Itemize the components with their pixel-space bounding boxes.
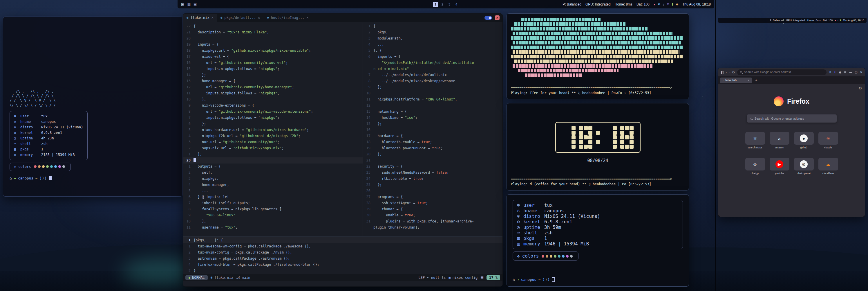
code-line[interactable]: 28 ssh.startAgent = true; (363, 200, 502, 206)
shortcut-chat-openai[interactable]: ⊛ chat.openai (793, 158, 815, 175)
nix-icon[interactable]: ❄ (658, 2, 660, 6)
tab-close-icon[interactable]: × (258, 16, 260, 20)
recording-icon[interactable]: ● (654, 3, 656, 6)
code-line[interactable]: 1 }; (183, 151, 363, 157)
code-line[interactable]: 2 pkgs, (363, 29, 502, 35)
window-close-button[interactable]: × (495, 16, 500, 20)
shortcut-amazon[interactable]: a amazon (769, 132, 790, 149)
back-icon[interactable]: ‹ (726, 70, 727, 74)
newtab-search-input[interactable]: Search with Google or enter address (747, 114, 837, 122)
code-line[interactable]: plugin thunar-volman]; (363, 225, 502, 231)
code-line[interactable]: 1 { (363, 23, 502, 29)
code-line[interactable]: 5 ... (183, 188, 363, 194)
code-line[interactable]: 2 tux-nvim-config = pkgs.callPackage ./n… (183, 250, 502, 256)
shortcut-chatgpt[interactable]: ⊛ chatgpt (744, 158, 766, 175)
code-line[interactable]: 1 tux-awesome-wm-config = pkgs.callPacka… (183, 243, 502, 250)
tab-pkgs-default[interactable]: ❄ pkgs/default... × (217, 13, 264, 22)
project-name[interactable]: ▣ nixos-config (448, 275, 477, 280)
code-line[interactable]: 5 }: { (363, 48, 502, 54)
shortcut-youtube[interactable]: ▶ youtube (769, 158, 790, 175)
url-bar[interactable]: Search with Google or enter address (737, 69, 827, 75)
code-line[interactable]: 22 { (183, 23, 363, 29)
code-line[interactable]: 4 firefox-mod-blur = pkgs.callPackage ./… (183, 262, 502, 268)
code-line[interactable]: 16 url = "github:nix-community/nixos-wsl… (183, 60, 363, 66)
code-line[interactable]: 17 nixos-wsl = { (183, 54, 363, 60)
code-line[interactable]: 2 self, (183, 170, 363, 176)
code-line[interactable]: 26 (363, 188, 502, 194)
tab-new-tab[interactable]: ◦ New Tab × (720, 78, 752, 83)
network-icon[interactable]: ≋ (666, 2, 669, 6)
workspace-tag[interactable]: 2 (440, 2, 445, 7)
code-line[interactable]: 4 home-manager, (183, 182, 363, 188)
code-line[interactable]: 20 (183, 35, 363, 41)
forward-icon[interactable]: › (729, 70, 730, 74)
code-line[interactable]: 3 nixpkgs, (183, 176, 363, 182)
code-line[interactable]: 13 home-manager = { (183, 78, 363, 84)
workspace-tag[interactable]: 3 (447, 2, 452, 7)
code-line[interactable]: 24 rtkit.enable = true; (363, 176, 502, 182)
addon-icon[interactable]: ❖ (829, 70, 832, 74)
code-line[interactable]: 21 (363, 157, 502, 164)
code-line[interactable]: 5 nixos-hardware.url = "github:nixos/nix… (183, 127, 363, 133)
shortcut-github[interactable]: ● github (793, 132, 815, 149)
code-line[interactable]: 15 inputs.nixpkgs.follows = "nixpkgs"; (183, 66, 363, 72)
code-line[interactable]: 31 plugins = with pkgs.xfce; [thunar-arc… (363, 219, 502, 225)
layout-icon[interactable]: ▦ (187, 2, 191, 6)
code-line[interactable]: 29 thunar = { (363, 206, 502, 212)
code-pane-pkgs[interactable]: 1 {pkgs, ...}: { 1 tux-awesome-wm-config… (183, 236, 502, 274)
git-branch[interactable]: ⎇ main (236, 275, 250, 280)
code-line[interactable]: 3 astronvim = pkgs.callPackage ./astronv… (183, 256, 502, 262)
tabbar-toggle[interactable] (485, 16, 492, 20)
tab-hosts-isoimage[interactable]: ❄ hosts/isoImag... × (264, 13, 312, 22)
shell-prompt[interactable]: ⌂ → canopus ~ ))) (513, 278, 683, 282)
new-tab-button[interactable]: + (754, 78, 759, 83)
code-line[interactable]: 12 url = "github:nix-community/home-mana… (183, 84, 363, 90)
workspace-tag[interactable]: 1 (433, 2, 438, 7)
code-line[interactable]: 7 inputs.nixpkgs.follows = "nixpkgs"; (183, 115, 363, 121)
code-line[interactable]: 22 security = { (363, 164, 502, 170)
code-line[interactable]: 12 (363, 103, 502, 109)
recording-icon[interactable]: ● (835, 19, 836, 22)
tab-close-icon[interactable]: × (306, 16, 308, 20)
code-line[interactable]: 10 (363, 90, 502, 96)
code-line[interactable]: 3 modulesPath, (363, 35, 502, 41)
code-line[interactable]: 9 nix-vscode-extensions = { (183, 103, 363, 109)
addon-icon[interactable]: ✦ (834, 70, 836, 74)
code-line[interactable]: 9 ]; (363, 84, 502, 90)
tab-close-icon[interactable]: × (212, 16, 214, 20)
code-pane-flake[interactable]: 22 { 21 description = "tux's NixOS Flake… (183, 23, 363, 236)
battery-icon[interactable]: ▮ (672, 2, 673, 6)
code-line[interactable]: 5 } (183, 268, 502, 274)
code-line[interactable]: 1 outputs = { (183, 164, 363, 170)
code-line[interactable]: 8 ../../modules/nixos/desktop/awesome (363, 78, 502, 84)
code-line[interactable]: 4 ... (363, 41, 502, 48)
refresh-icon[interactable]: ⟳ (732, 70, 735, 74)
maximize-button[interactable]: ▢ (855, 70, 857, 74)
shortcut-claude[interactable]: ✳ claude (817, 132, 839, 149)
close-button[interactable]: ✕ (860, 70, 863, 74)
code-line[interactable]: 2 sops-nix.url = "github:Mic92/sops-nix"… (183, 145, 363, 151)
code-line[interactable]: 27 programs = { (363, 194, 502, 200)
code-line[interactable]: 8 forAllSystems = nixpkgs.lib.genAttrs [ (183, 206, 363, 212)
code-line[interactable]: 4 nixpkgs-f2k.url = "github:moni-dz/nixp… (183, 133, 363, 139)
code-line[interactable]: 11 inputs.nixpkgs.follows = "nixpkgs"; (183, 90, 363, 96)
code-line[interactable]: 18 nixpkgs.url = "github:nixos/nixpkgs/n… (183, 48, 363, 54)
code-pane-iso[interactable]: 1 { 2 pkgs, 3 modulesPath, 4 ... (363, 23, 502, 236)
code-line[interactable]: 3 nur.url = "github:nix-community/nur"; (183, 139, 363, 145)
code-line[interactable]: 10 ]; (183, 219, 363, 225)
launcher-icon[interactable]: ⊞ (181, 2, 185, 7)
code-line[interactable]: 16 (363, 127, 502, 133)
code-line[interactable]: 14 hostName = "iso"; (363, 115, 502, 121)
shell-prompt[interactable]: ⌂ → canopus ~ ))) (9, 176, 176, 181)
account-icon[interactable]: ☻ (838, 70, 842, 74)
code-line[interactable]: 18 bluetooth.enable = true; (363, 139, 502, 145)
code-line[interactable]: n-cd-minimal.nix" (363, 66, 502, 72)
code-line[interactable]: 6 imports = [ (363, 54, 502, 60)
battery-icon[interactable]: ▮ (840, 19, 841, 22)
shortcut-search-nixos[interactable]: ❄ search.nixos (744, 132, 766, 149)
code-line[interactable]: 11 nixpkgs.hostPlatform = "x86_64-linux"… (363, 96, 502, 103)
personalize-gear-icon[interactable]: ⚙ (859, 86, 862, 90)
code-line[interactable]: 20 }; (363, 151, 502, 157)
sidebar-toggle-icon[interactable]: ◧ (721, 70, 724, 74)
code-line[interactable]: 8 url = "github:nix-community/nix-vscode… (183, 109, 363, 115)
